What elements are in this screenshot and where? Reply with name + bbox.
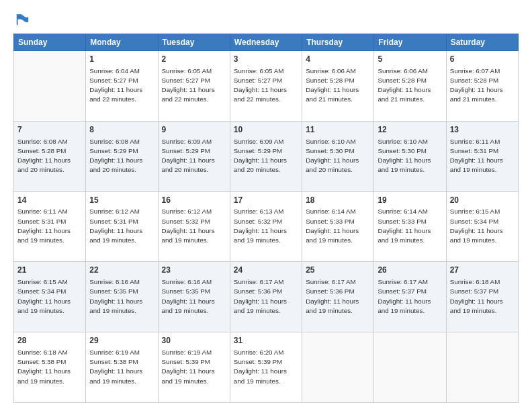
calendar-week-row: 1Sunrise: 6:04 AM Sunset: 5:27 PM Daylig… [14,51,519,122]
calendar-cell: 17Sunrise: 6:13 AM Sunset: 5:32 PM Dayli… [230,191,302,262]
column-header-thursday: Thursday [302,34,374,51]
day-number: 18 [306,195,370,206]
calendar-cell: 25Sunrise: 6:17 AM Sunset: 5:36 PM Dayli… [302,262,374,332]
day-info: Sunrise: 6:15 AM Sunset: 5:34 PM Dayligh… [450,207,515,245]
column-header-sunday: Sunday [14,34,86,51]
day-info: Sunrise: 6:17 AM Sunset: 5:36 PM Dayligh… [306,277,370,316]
calendar-cell [302,332,374,403]
calendar-cell: 28Sunrise: 6:18 AM Sunset: 5:38 PM Dayli… [14,332,86,403]
column-header-tuesday: Tuesday [158,34,230,51]
day-number: 17 [234,195,298,206]
day-number: 1 [89,54,154,65]
day-info: Sunrise: 6:13 AM Sunset: 5:32 PM Dayligh… [234,207,298,245]
calendar-header-row: SundayMondayTuesdayWednesdayThursdayFrid… [14,34,519,51]
calendar-cell: 9Sunrise: 6:09 AM Sunset: 5:29 PM Daylig… [158,121,230,191]
calendar-cell: 8Sunrise: 6:08 AM Sunset: 5:29 PM Daylig… [86,121,158,191]
day-number: 9 [162,124,226,136]
day-info: Sunrise: 6:17 AM Sunset: 5:36 PM Dayligh… [234,277,298,316]
day-info: Sunrise: 6:17 AM Sunset: 5:37 PM Dayligh… [378,277,442,316]
day-info: Sunrise: 6:06 AM Sunset: 5:28 PM Dayligh… [378,66,442,105]
calendar-cell: 11Sunrise: 6:10 AM Sunset: 5:30 PM Dayli… [302,121,374,191]
day-info: Sunrise: 6:05 AM Sunset: 5:27 PM Dayligh… [162,66,226,105]
day-info: Sunrise: 6:15 AM Sunset: 5:34 PM Dayligh… [17,277,82,316]
day-number: 13 [450,124,515,136]
day-number: 21 [17,265,82,276]
calendar-cell: 14Sunrise: 6:11 AM Sunset: 5:31 PM Dayli… [14,191,86,262]
day-number: 30 [162,335,226,347]
day-info: Sunrise: 6:10 AM Sunset: 5:30 PM Dayligh… [306,137,370,175]
column-header-friday: Friday [374,34,446,51]
calendar-week-row: 7Sunrise: 6:08 AM Sunset: 5:28 PM Daylig… [14,121,519,191]
day-number: 26 [378,265,442,276]
day-info: Sunrise: 6:12 AM Sunset: 5:31 PM Dayligh… [89,207,154,245]
day-number: 20 [450,195,515,206]
day-number: 29 [89,335,154,347]
calendar-week-row: 14Sunrise: 6:11 AM Sunset: 5:31 PM Dayli… [14,191,519,262]
day-number: 10 [234,124,298,136]
calendar-cell: 7Sunrise: 6:08 AM Sunset: 5:28 PM Daylig… [14,121,86,191]
day-info: Sunrise: 6:06 AM Sunset: 5:28 PM Dayligh… [306,66,370,105]
day-info: Sunrise: 6:14 AM Sunset: 5:33 PM Dayligh… [306,207,370,245]
day-number: 3 [234,54,298,65]
day-number: 22 [89,265,154,276]
calendar-cell: 4Sunrise: 6:06 AM Sunset: 5:28 PM Daylig… [302,51,374,122]
day-info: Sunrise: 6:11 AM Sunset: 5:31 PM Dayligh… [450,137,515,175]
day-number: 23 [162,265,226,276]
calendar-week-row: 21Sunrise: 6:15 AM Sunset: 5:34 PM Dayli… [14,262,519,332]
calendar-cell: 22Sunrise: 6:16 AM Sunset: 5:35 PM Dayli… [86,262,158,332]
calendar-cell: 26Sunrise: 6:17 AM Sunset: 5:37 PM Dayli… [374,262,446,332]
day-info: Sunrise: 6:07 AM Sunset: 5:28 PM Dayligh… [450,66,515,105]
calendar-cell: 1Sunrise: 6:04 AM Sunset: 5:27 PM Daylig… [86,51,158,122]
day-number: 27 [450,265,515,276]
calendar-cell: 15Sunrise: 6:12 AM Sunset: 5:31 PM Dayli… [86,191,158,262]
logo [13,12,30,27]
day-number: 19 [378,195,442,206]
calendar-cell: 13Sunrise: 6:11 AM Sunset: 5:31 PM Dayli… [446,121,518,191]
day-number: 11 [306,124,370,136]
day-number: 14 [17,195,82,206]
calendar-cell: 19Sunrise: 6:14 AM Sunset: 5:33 PM Dayli… [374,191,446,262]
calendar-cell: 2Sunrise: 6:05 AM Sunset: 5:27 PM Daylig… [158,51,230,122]
calendar-cell: 6Sunrise: 6:07 AM Sunset: 5:28 PM Daylig… [446,51,518,122]
day-info: Sunrise: 6:14 AM Sunset: 5:33 PM Dayligh… [378,207,442,245]
calendar-cell [446,332,518,403]
day-info: Sunrise: 6:19 AM Sunset: 5:39 PM Dayligh… [162,348,226,386]
page: SundayMondayTuesdayWednesdayThursdayFrid… [0,0,532,411]
day-info: Sunrise: 6:18 AM Sunset: 5:37 PM Dayligh… [450,277,515,316]
day-info: Sunrise: 6:12 AM Sunset: 5:32 PM Dayligh… [162,207,226,245]
day-info: Sunrise: 6:09 AM Sunset: 5:29 PM Dayligh… [234,137,298,175]
calendar-cell [374,332,446,403]
day-number: 24 [234,265,298,276]
calendar-body: 1Sunrise: 6:04 AM Sunset: 5:27 PM Daylig… [14,51,519,403]
calendar-cell: 5Sunrise: 6:06 AM Sunset: 5:28 PM Daylig… [374,51,446,122]
calendar-cell [14,51,86,122]
column-header-monday: Monday [86,34,158,51]
logo-icon [15,12,30,27]
day-number: 16 [162,195,226,206]
day-number: 2 [162,54,226,65]
day-number: 7 [17,124,82,136]
column-header-wednesday: Wednesday [230,34,302,51]
day-info: Sunrise: 6:09 AM Sunset: 5:29 PM Dayligh… [162,137,226,175]
calendar-cell: 24Sunrise: 6:17 AM Sunset: 5:36 PM Dayli… [230,262,302,332]
day-number: 15 [89,195,154,206]
calendar-cell: 30Sunrise: 6:19 AM Sunset: 5:39 PM Dayli… [158,332,230,403]
day-number: 31 [234,335,298,347]
day-info: Sunrise: 6:11 AM Sunset: 5:31 PM Dayligh… [17,207,82,245]
day-info: Sunrise: 6:08 AM Sunset: 5:28 PM Dayligh… [17,137,82,175]
day-info: Sunrise: 6:20 AM Sunset: 5:39 PM Dayligh… [234,348,298,386]
calendar-cell: 21Sunrise: 6:15 AM Sunset: 5:34 PM Dayli… [14,262,86,332]
day-number: 28 [17,335,82,347]
day-info: Sunrise: 6:16 AM Sunset: 5:35 PM Dayligh… [162,277,226,316]
day-info: Sunrise: 6:08 AM Sunset: 5:29 PM Dayligh… [89,137,154,175]
day-info: Sunrise: 6:18 AM Sunset: 5:38 PM Dayligh… [17,348,82,386]
day-number: 8 [89,124,154,136]
calendar-cell: 16Sunrise: 6:12 AM Sunset: 5:32 PM Dayli… [158,191,230,262]
calendar-cell: 31Sunrise: 6:20 AM Sunset: 5:39 PM Dayli… [230,332,302,403]
day-info: Sunrise: 6:04 AM Sunset: 5:27 PM Dayligh… [89,66,154,105]
calendar-table: SundayMondayTuesdayWednesdayThursdayFrid… [13,34,519,403]
day-number: 4 [306,54,370,65]
header [13,12,519,27]
day-number: 5 [378,54,442,65]
calendar-cell: 23Sunrise: 6:16 AM Sunset: 5:35 PM Dayli… [158,262,230,332]
